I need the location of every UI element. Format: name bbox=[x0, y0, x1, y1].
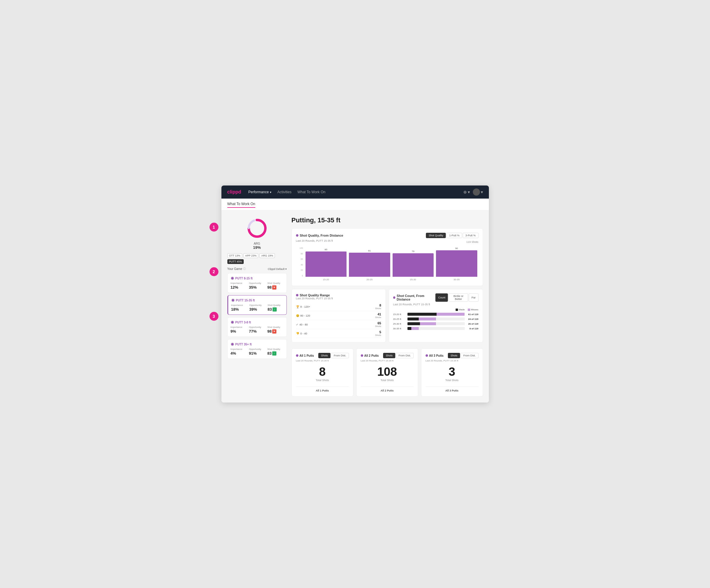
importance-metric-2: Importance 9% bbox=[231, 326, 247, 333]
tab-shot-quality[interactable]: Shot Quality bbox=[426, 233, 446, 238]
putt-totals-grid: All 1 Putts Shots From Dist. Last 20 Rou… bbox=[291, 348, 483, 397]
legend-made-dot bbox=[456, 309, 458, 311]
tab-from-dist-2[interactable]: From Dist. bbox=[460, 353, 478, 358]
all-2-footer: All 2 Putts bbox=[361, 386, 414, 392]
putt-total-tabs-2: Shots From Dist. bbox=[448, 353, 478, 358]
tab-par[interactable]: Par bbox=[469, 293, 478, 302]
bar-missed-0 bbox=[436, 313, 465, 316]
all-1-shots-label: Total Shots bbox=[296, 379, 349, 382]
all-2-putts-title: All 2 Putts bbox=[361, 354, 379, 357]
shot-quality-metric-3: Shot Quality 83 ↑ bbox=[267, 348, 284, 355]
shot-count-card: Shot Count, From Distance Count Birdie o… bbox=[389, 289, 483, 343]
bar-labels: 15-20 20-25 25-30 30-35 bbox=[304, 277, 478, 282]
bar-missed-3 bbox=[411, 327, 419, 330]
putt-total-subtitle-2: Last 20 Rounds, PUTT 15-35 ft bbox=[426, 359, 478, 362]
page-title: Putting, 15-35 ft bbox=[291, 216, 483, 224]
count-value-3: 8 of 119 bbox=[467, 327, 478, 330]
game-selector: Your Game ⓘ Clippd Default ▾ bbox=[227, 267, 287, 271]
chevron-down-icon: ▾ bbox=[270, 191, 271, 194]
putt-total-tabs-1: Shots From Dist. bbox=[383, 353, 414, 358]
count-tabs: Count Birdie or Better Par bbox=[435, 293, 478, 302]
count-value-1: 24 of 119 bbox=[467, 318, 478, 321]
shot-quality-metric-1: Shot Quality 83 ↑ bbox=[267, 304, 283, 311]
donut-label: ARG bbox=[227, 242, 287, 245]
main-content: ARG 19% OTT 13% APP 23% ARG 19% PUTT 45%… bbox=[221, 210, 489, 402]
tab-from-dist-1[interactable]: From Dist. bbox=[396, 353, 414, 358]
count-bars: 15-20 ft 61 of 119 20-25 ft bbox=[393, 313, 478, 330]
tab-from-dist-0[interactable]: From Dist. bbox=[331, 353, 349, 358]
count-legend: Made Misses bbox=[393, 308, 478, 311]
tab-shots-0[interactable]: Shots bbox=[318, 353, 330, 358]
putt-total-subtitle-1: Last 20 Rounds, PUTT 15-35 ft bbox=[361, 359, 414, 362]
opportunity-metric-3: Opportunity 91% bbox=[249, 348, 265, 355]
count-dot bbox=[393, 297, 395, 299]
sq-badge-green: ↑ bbox=[273, 307, 277, 311]
tab-count[interactable]: Count bbox=[435, 293, 448, 302]
putt-total-dot-0 bbox=[296, 354, 299, 357]
right-panel: Putting, 15-35 ft Shot Quality, From Dis… bbox=[291, 216, 483, 397]
chevron-down-icon-3: ▾ bbox=[285, 267, 287, 271]
tab-1-putt[interactable]: 1-Putt % bbox=[446, 233, 462, 238]
user-menu[interactable]: ▾ bbox=[473, 188, 483, 195]
putt-card-1[interactable]: PUTT 15-35 ft Importance 18% Opportunity… bbox=[227, 295, 287, 315]
donut-chart bbox=[245, 216, 269, 240]
chart-header: Shot Quality, From Distance Shot Quality… bbox=[296, 233, 478, 238]
bar-3035: 90 bbox=[436, 247, 477, 277]
shot-quality-chart-card: Shot Quality, From Distance Shot Quality… bbox=[291, 228, 483, 286]
range-row-1: 😊 80 - 120 41 Shots bbox=[296, 311, 381, 320]
all-2-shots-label: Total Shots bbox=[361, 379, 414, 382]
bar-missed-1 bbox=[419, 317, 436, 321]
legend-misses-dot bbox=[468, 309, 470, 311]
step-2: 2 bbox=[210, 267, 218, 276]
nav-what-to-work-on[interactable]: What To Work On bbox=[298, 190, 326, 194]
bar-chart-wrapper: 100 80 60 40 20 0 85 bbox=[296, 247, 478, 282]
shot-quality-metric-2: Shot Quality 98 ✕ bbox=[267, 326, 284, 333]
putt-card-3[interactable]: PUTT 35+ ft Importance 4% Opportunity 91… bbox=[227, 339, 287, 359]
tab-shots-1[interactable]: Shots bbox=[383, 353, 395, 358]
range-dot bbox=[296, 294, 299, 297]
game-selector-label: Your Game ⓘ bbox=[227, 267, 246, 271]
y-axis: 100 80 60 40 20 0 bbox=[296, 247, 303, 277]
all-1-footer: All 1 Putts bbox=[296, 386, 349, 392]
donut-area: ARG 19% bbox=[227, 216, 287, 250]
navbar: clippd Performance ▾ Activities What To … bbox=[221, 186, 489, 198]
count-row-3: 30-35 ft 8 of 119 bbox=[393, 327, 478, 330]
filter-tabs: OTT 13% APP 23% ARG 19% PUTT 45% bbox=[227, 253, 287, 264]
all-1-putts-card: All 1 Putts Shots From Dist. Last 20 Rou… bbox=[291, 348, 353, 397]
filter-app[interactable]: APP 23% bbox=[243, 253, 258, 258]
shot-count-title: Shot Count, From Distance bbox=[393, 294, 436, 301]
bar-1520: 85 bbox=[306, 247, 347, 277]
add-button[interactable]: ⊕ ▾ bbox=[463, 190, 470, 194]
filter-ott[interactable]: OTT 13% bbox=[227, 253, 242, 258]
tab-birdie[interactable]: Birdie or Better bbox=[448, 293, 468, 302]
chart-title: Shot Quality, From Distance bbox=[296, 234, 344, 237]
tab-3-putt[interactable]: 3-Putt % bbox=[463, 233, 478, 238]
range-title: Shot Quality Range bbox=[296, 293, 381, 297]
nav-actions: ⊕ ▾ ▾ bbox=[463, 188, 483, 195]
range-row-2: ✓ 40 - 80 65 Shots bbox=[296, 320, 381, 329]
nav-logo: clippd bbox=[227, 189, 241, 195]
putt-card-2[interactable]: PUTT 3-8 ft Importance 9% Opportunity 77… bbox=[227, 317, 287, 337]
sq-badge-green-2: ↑ bbox=[272, 351, 276, 355]
tab-shots-2[interactable]: Shots bbox=[448, 353, 460, 358]
chart-subtitle: Last 20 Rounds, PUTT 15-35 ft bbox=[296, 239, 333, 242]
bar-made-1 bbox=[407, 317, 419, 321]
filter-arg[interactable]: ARG 19% bbox=[259, 253, 275, 258]
step-1: 1 bbox=[210, 222, 218, 232]
count-row-1: 20-25 ft 24 of 119 bbox=[393, 317, 478, 321]
count-value-2: 26 of 119 bbox=[467, 323, 478, 325]
legend-misses: Misses bbox=[468, 308, 478, 311]
clippd-default-selector[interactable]: Clippd Default ▾ bbox=[268, 267, 287, 271]
opportunity-metric-1: Opportunity 39% bbox=[250, 304, 265, 311]
count-row-2: 25-30 ft 26 of 119 bbox=[393, 322, 478, 325]
nav-performance[interactable]: Performance ▾ bbox=[249, 190, 271, 194]
importance-metric: Importance 12% bbox=[231, 282, 247, 289]
shot-count-header: Shot Count, From Distance Count Birdie o… bbox=[393, 293, 478, 302]
filter-putt[interactable]: PUTT 45% bbox=[227, 259, 244, 264]
range-rows: 🏆 8 - 120+ 8 Shots 😊 80 - 120 bbox=[296, 302, 381, 338]
legend-made: Made bbox=[456, 308, 465, 311]
putt-card-0[interactable]: PUTT 8-15 ft Importance 12% Opportunity … bbox=[227, 273, 287, 293]
shot-quality-range-card: Shot Quality Range Last 20 Rounds, PUTT … bbox=[291, 289, 386, 343]
nav-activities[interactable]: Activities bbox=[277, 190, 291, 194]
breadcrumb: What To Work On bbox=[227, 202, 255, 208]
